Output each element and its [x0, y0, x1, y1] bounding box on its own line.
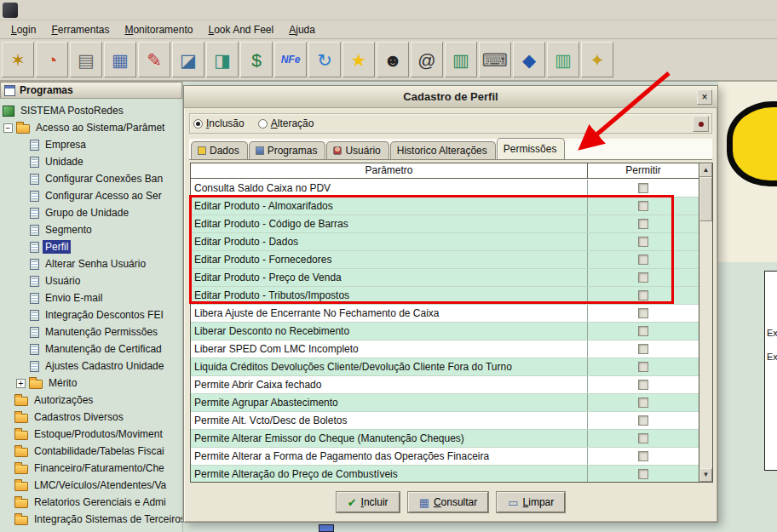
tab-usuario[interactable]: Usuário	[326, 141, 388, 159]
tree-item-financeiro-faturamento-che[interactable]: Financeiro/Faturamento/Che	[0, 460, 182, 477]
table-row[interactable]: Permite Abrir Caixa fechado	[191, 376, 699, 394]
permit-checkbox[interactable]	[638, 433, 648, 443]
scroll-up-button[interactable]: ▲	[699, 163, 712, 177]
nfe-button[interactable]: NFe	[274, 42, 307, 77]
tab-programas[interactable]: Programas	[249, 141, 326, 159]
tree-item-segmento[interactable]: Segmento	[0, 221, 182, 238]
permit-checkbox[interactable]	[638, 237, 648, 247]
table-row[interactable]: Libera Ajuste de Encerrante No Fechament…	[191, 305, 699, 323]
tab-dados[interactable]: Dados	[191, 141, 248, 159]
toggle-plus-icon[interactable]: +	[16, 379, 26, 388]
tree-item-integracao-descontos-fei[interactable]: Integração Descontos FEI	[0, 306, 182, 323]
permit-checkbox[interactable]	[638, 344, 648, 354]
brand-button[interactable]: ◆	[513, 42, 545, 77]
background-scroll-thumb[interactable]	[319, 524, 334, 532]
radio-alteracao[interactable]: Alteração	[258, 117, 314, 129]
tree-item-manutencao-permissoes[interactable]: Manutenção Permissões	[0, 323, 182, 340]
table-row[interactable]: Consulta Saldo Caixa no PDV	[191, 180, 699, 197]
table-row[interactable]: Permite Alterar a Forma de Pagamento das…	[191, 448, 699, 466]
consultar-button[interactable]: ▦Consultar	[408, 492, 489, 512]
tree-item-ajustes-cadastro-unidade[interactable]: Ajustes Cadastro Unidade	[0, 358, 182, 375]
scroll-down-button[interactable]: ▼	[699, 468, 712, 482]
chart-button[interactable]: ◪	[172, 42, 204, 77]
email-button[interactable]: @	[411, 42, 443, 77]
tree-item-alterar-senha-usuario[interactable]: Alterar Senha Usuário	[0, 255, 182, 272]
table-scrollbar[interactable]: ▲ ▼	[699, 163, 712, 482]
tree-item-unidade[interactable]: Unidade	[0, 153, 182, 170]
lock-button[interactable]: ✦	[581, 42, 613, 77]
refresh-globe-button[interactable]: ↻	[308, 42, 341, 77]
tree-item-merito[interactable]: +Mérito	[0, 375, 182, 392]
tree-item-acesso-ao-sistema-paramet[interactable]: −Acesso ao Sistema/Parâmet	[0, 119, 182, 136]
menu-item-ajuda[interactable]: Ajuda	[281, 22, 323, 37]
table-row[interactable]: Editar Produto - Dados	[191, 233, 699, 251]
menu-item-look-and-feel[interactable]: Look And Feel	[200, 22, 281, 37]
notes-button[interactable]: ✎	[138, 42, 170, 77]
permit-checkbox[interactable]	[638, 290, 648, 300]
tab-permissoes[interactable]: Permissões	[497, 138, 566, 159]
tree-item-relatorios-gerenciais-e-admi[interactable]: Relatorios Gerenciais e Admi	[0, 494, 182, 511]
tree-item-sistema-postoredes[interactable]: SISTEMA PostoRedes	[0, 102, 182, 119]
table-row[interactable]: Editar Produto - Tributos/Impostos	[191, 287, 699, 305]
info-button[interactable]	[693, 116, 709, 132]
stamps-button[interactable]: ▥	[445, 42, 477, 77]
permit-checkbox[interactable]	[638, 398, 648, 408]
tree-item-manutencao-de-certificad[interactable]: Manutenção de Certificad	[0, 340, 182, 358]
tree-item-empresa[interactable]: Empresa	[0, 136, 182, 153]
table-row[interactable]: Editar Produto - Fornecedores	[191, 251, 699, 269]
tree-item-grupo-de-unidade[interactable]: Grupo de Unidade	[0, 204, 182, 221]
tree-item-autorizacoes[interactable]: Autorizações	[0, 392, 182, 409]
incluir-button[interactable]: ✔Incluir	[337, 492, 400, 512]
money-button[interactable]: $	[240, 42, 273, 77]
permit-checkbox[interactable]	[638, 326, 648, 336]
tree-item-envio-e-mail[interactable]: Envio E-mail	[0, 289, 182, 306]
close-button[interactable]: ×	[697, 89, 712, 105]
permit-checkbox[interactable]	[638, 272, 648, 283]
tab-historico-alteracoes[interactable]: Historico Alterações	[390, 141, 496, 159]
permit-checkbox[interactable]	[638, 255, 648, 265]
permit-checkbox[interactable]	[638, 469, 648, 479]
toggle-minus-icon[interactable]: −	[3, 123, 13, 133]
permit-checkbox[interactable]	[638, 362, 648, 372]
radio-inclusao[interactable]: Inclusão	[193, 117, 245, 129]
menu-item-ferramentas[interactable]: Ferramentas	[43, 22, 117, 37]
table-row[interactable]: Permite Alterar Emissor do Cheque (Manut…	[191, 430, 699, 448]
permit-checkbox[interactable]	[638, 380, 648, 390]
tree-item-cadastros-diversos[interactable]: Cadastros Diversos	[0, 409, 182, 426]
star-button[interactable]: ★	[342, 42, 375, 77]
table-row[interactable]: Liberar SPED Com LMC Incompleto	[191, 340, 699, 358]
tree-item-lmc-veiculos-atendentes-va[interactable]: LMC/Veículos/Atendentes/Va	[0, 477, 182, 494]
table-row[interactable]: Editar Produto - Código de Barras	[191, 215, 699, 233]
column-header-parametro[interactable]: Parâmetro	[191, 163, 588, 178]
tree-item-contabilidade-tabelas-fiscai[interactable]: Contabilidade/Tabelas Fiscai	[0, 443, 182, 460]
menu-item-login[interactable]: Login	[3, 22, 43, 37]
tree-item-integracao-sistemas-de-terceiros[interactable]: Integração Sistemas de Terceiros	[0, 511, 182, 528]
calculator-button[interactable]: ⌨	[479, 42, 511, 77]
workstations-button[interactable]: ▦	[104, 42, 136, 77]
key-button[interactable]: ✶	[2, 42, 34, 77]
tree-item-usuario[interactable]: Usuário	[0, 272, 182, 289]
cards-button[interactable]: ▥	[547, 42, 579, 77]
permit-checkbox[interactable]	[638, 219, 648, 229]
tree-item-perfil[interactable]: Perfil	[0, 238, 182, 255]
tree-item-configurar-conexoes-ban[interactable]: Configurar Conexões Ban	[0, 170, 182, 187]
tree-item-configurar-acesso-ao-ser[interactable]: Configurar Acesso ao Ser	[0, 187, 182, 204]
tree-item-estoque-produtos-moviment[interactable]: Estoque/Produtos/Moviment	[0, 426, 182, 443]
table-row[interactable]: Liberar Desconto no Recebimento	[191, 323, 699, 340]
permit-checkbox[interactable]	[638, 451, 648, 461]
table-row[interactable]: Permite Alt. Vcto/Desc de Boletos	[191, 412, 699, 430]
scroll-thumb[interactable]	[699, 177, 712, 221]
limpar-button[interactable]: ▭Limpar	[497, 492, 565, 512]
table-row[interactable]: Permite Alteração do Preço de Combustíve…	[191, 466, 699, 482]
printer-button[interactable]: ▤	[70, 42, 102, 77]
table-row[interactable]: Editar Produto - Almoxarifados	[191, 197, 699, 215]
package-button[interactable]: ◨	[206, 42, 239, 77]
column-header-permitir[interactable]: Permitir	[588, 163, 699, 178]
menu-item-monitoramento[interactable]: Monitoramento	[117, 22, 200, 37]
permit-checkbox[interactable]	[638, 183, 648, 193]
permit-checkbox[interactable]	[638, 308, 648, 318]
smiley-button[interactable]: ☻	[377, 42, 409, 77]
table-row[interactable]: Permite Agrupar Abastecimento	[191, 394, 699, 412]
clock-button[interactable]: ◔	[36, 42, 68, 77]
table-row[interactable]: Editar Produto - Preço de Venda	[191, 269, 699, 287]
